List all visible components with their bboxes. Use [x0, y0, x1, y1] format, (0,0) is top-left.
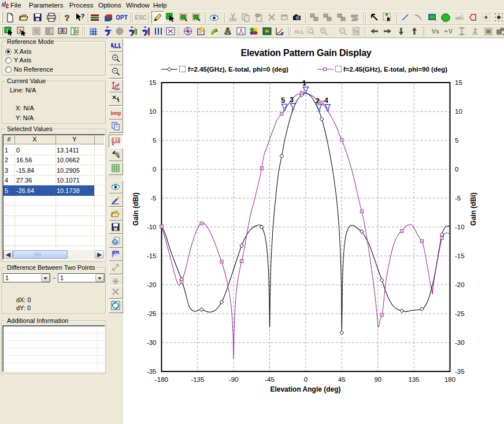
svg-text:5: 5	[455, 137, 458, 144]
svg-text:Vs: Vs	[432, 28, 439, 35]
svg-text:-15: -15	[147, 252, 157, 259]
svg-text:Gain (dBi): Gain (dBi)	[132, 192, 140, 225]
svg-text:-135: -135	[191, 376, 204, 383]
svg-text:0: 0	[304, 376, 307, 383]
svg-text:-5: -5	[150, 195, 156, 202]
svg-text:4: 4	[324, 96, 328, 105]
svg-text:1.01: 1.01	[112, 139, 120, 143]
svg-text:5: 5	[153, 137, 156, 144]
svg-text:90: 90	[374, 376, 381, 383]
svg-text:0: 0	[455, 166, 458, 173]
svg-text:1: 1	[64, 29, 66, 33]
svg-text:bmp: bmp	[111, 110, 121, 116]
svg-text:1: 1	[302, 79, 306, 87]
svg-text:0: 0	[153, 166, 156, 173]
svg-text:-45: -45	[265, 376, 275, 383]
svg-text:+: +	[61, 28, 64, 34]
svg-text:-35: -35	[455, 368, 465, 375]
svg-text:ALL: ALL	[111, 42, 121, 49]
svg-text:-25: -25	[455, 310, 465, 317]
svg-text:-20: -20	[147, 281, 157, 288]
svg-text:ESC: ESC	[135, 14, 146, 21]
svg-text:-90: -90	[229, 376, 239, 383]
svg-text:10: 10	[455, 108, 462, 115]
svg-text:3: 3	[290, 96, 294, 104]
svg-text:1: 1	[75, 29, 78, 34]
svg-text:-35: -35	[147, 368, 157, 375]
svg-text:1: 1	[18, 28, 21, 34]
svg-text:-15: -15	[455, 252, 465, 259]
svg-text:OPT: OPT	[116, 14, 128, 21]
svg-text:Elevation Angle (deg): Elevation Angle (deg)	[270, 385, 340, 393]
svg-text:15: 15	[455, 79, 462, 86]
svg-text:180: 180	[444, 376, 455, 383]
svg-text:45: 45	[338, 376, 346, 383]
svg-text:10: 10	[149, 108, 157, 115]
svg-text:V: V	[449, 28, 453, 35]
svg-text:-10: -10	[455, 224, 465, 230]
svg-text:15: 15	[149, 79, 157, 86]
svg-text:Elevation Pattern Gain Display: Elevation Pattern Gain Display	[240, 48, 371, 58]
svg-text:2: 2	[473, 28, 477, 34]
svg-text:Gain (dBi): Gain (dBi)	[469, 192, 477, 225]
svg-text:-30: -30	[147, 339, 157, 346]
svg-text:-180: -180	[155, 376, 168, 383]
svg-text:-10: -10	[147, 224, 157, 230]
svg-text:f=2.45(GHz), E-total, phi=0 (d: f=2.45(GHz), E-total, phi=0 (deg)	[188, 66, 288, 73]
svg-text:?: ?	[81, 13, 85, 20]
svg-text:2: 2	[316, 97, 320, 105]
svg-text:-30: -30	[455, 339, 465, 346]
svg-text:?: ?	[64, 13, 69, 23]
svg-text:-5: -5	[455, 195, 461, 202]
svg-text:-25: -25	[147, 310, 157, 317]
svg-text:f=2.45(GHz), E-total, phi=90 (: f=2.45(GHz), E-total, phi=90 (deg)	[343, 66, 447, 73]
svg-text:-20: -20	[455, 281, 465, 288]
svg-text:5: 5	[281, 96, 285, 105]
svg-text:1: 1	[50, 29, 53, 34]
svg-text:135: 135	[409, 376, 420, 383]
svg-text:ALL: ALL	[294, 29, 305, 35]
